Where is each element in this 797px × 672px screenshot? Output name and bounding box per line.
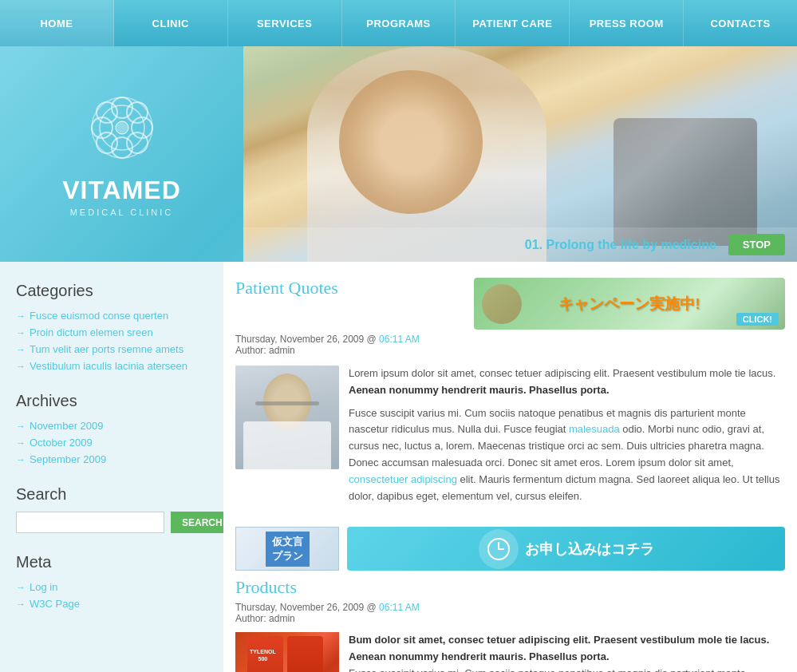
article1-author-label: Author: xyxy=(235,345,266,356)
list-item: Log in xyxy=(16,581,207,593)
stop-button[interactable]: STOP xyxy=(728,234,785,255)
article2-time[interactable]: 06:11 AM xyxy=(379,602,420,613)
list-item: Fusce euismod conse querten xyxy=(16,310,207,322)
doctor-image xyxy=(235,366,339,469)
hero-image: 01. Prolong the life by medicine STOP xyxy=(243,46,797,262)
svg-point-4 xyxy=(92,117,112,138)
list-item: September 2009 xyxy=(16,453,207,465)
list-item: November 2009 xyxy=(16,420,207,432)
products-thumb-text: 仮文言プラン xyxy=(266,532,310,567)
article1-text: Lorem ipsum dolor sit amet, consec tetue… xyxy=(349,366,785,511)
list-item: Proin dictum elemen sreen xyxy=(16,326,207,338)
article1-author: admin xyxy=(269,345,295,356)
article1-meta: Thursday, November 26, 2009 @ 06:11 AM A… xyxy=(235,334,785,356)
caption-text: 01. Prolong the life by medicine xyxy=(525,238,716,252)
article1-p1: Lorem ipsum dolor sit amet, consec tetue… xyxy=(349,366,785,399)
main-nav: HOME CLINIC SERVICES PROGRAMS PATIENT CA… xyxy=(0,0,797,46)
nav-press-room[interactable]: PRESS ROOM xyxy=(570,0,684,46)
meta-list: Log in W3C Page xyxy=(16,581,207,610)
clock-icon xyxy=(479,529,519,569)
tylenol-image: TYLENOL500 xyxy=(235,632,339,672)
logo-icon xyxy=(86,92,158,164)
article1-body: Lorem ipsum dolor sit amet, consec tetue… xyxy=(235,366,785,511)
article2-p2: Fusce suscipit varius mi. Cum sociis nat… xyxy=(349,666,785,672)
article2-body: TYLENOL500 Bum dolor sit amet, consec te… xyxy=(235,632,785,672)
content-area: Patient Quotes キャンペーン実施中! CLICK! Thursda… xyxy=(223,262,797,672)
article2-author-label: Author: xyxy=(235,613,266,624)
products-row: 仮文言プラン お申し込みはコチラ xyxy=(235,527,785,571)
svg-point-6 xyxy=(97,102,117,123)
promo1-text: キャンペーン実施中! xyxy=(558,294,700,314)
article1-header: Patient Quotes キャンペーン実施中! CLICK! xyxy=(235,278,785,330)
main-content: Categories Fusce euismod conse querten P… xyxy=(0,262,797,672)
products-thumb-banner: 仮文言プラン xyxy=(235,527,339,571)
logo-name: VITAMED xyxy=(62,176,181,205)
search-input[interactable] xyxy=(16,512,164,533)
article1-time[interactable]: 06:11 AM xyxy=(379,334,420,345)
article2-title: Products xyxy=(235,577,785,598)
search-section: Search SEARCH xyxy=(16,485,207,533)
article1-thumbnail xyxy=(235,366,339,469)
svg-point-3 xyxy=(112,137,132,158)
logo-subtitle: MEDICAL CLINIC xyxy=(70,208,174,217)
article1-title: Patient Quotes xyxy=(235,278,338,298)
svg-point-5 xyxy=(132,117,152,138)
article2-p1: Bum dolor sit amet, consec tetuer adipis… xyxy=(349,632,785,666)
nav-contacts[interactable]: CONTACTS xyxy=(684,0,797,46)
svg-point-2 xyxy=(112,97,132,118)
nav-home[interactable]: HOME xyxy=(0,0,114,46)
nav-clinic[interactable]: CLINIC xyxy=(114,0,228,46)
categories-list: Fusce euismod conse querten Proin dictum… xyxy=(16,310,207,372)
list-item: October 2009 xyxy=(16,437,207,449)
meta-section: Meta Log in W3C Page xyxy=(16,553,207,610)
caption-bar: 01. Prolong the life by medicine STOP xyxy=(243,227,797,262)
article1-p2: Fusce suscipit varius mi. Cum sociis nat… xyxy=(349,405,785,505)
promo1-click: CLICK! xyxy=(736,313,779,326)
list-item: W3C Page xyxy=(16,598,207,610)
caption-main: Prolong the life by medicine xyxy=(543,238,716,251)
archives-list: November 2009 October 2009 September 200… xyxy=(16,420,207,465)
sidebar: Categories Fusce euismod conse querten P… xyxy=(0,262,223,672)
hero-section: VITAMED MEDICAL CLINIC 01. Prolong the l… xyxy=(0,46,797,262)
article1-date: Thursday, November 26, 2009 @ xyxy=(235,334,377,345)
products-cta-text: お申し込みはコチラ xyxy=(525,540,654,559)
article2-text: Bum dolor sit amet, consec tetuer adipis… xyxy=(349,632,785,672)
svg-point-7 xyxy=(127,102,148,123)
article2-meta: Thursday, November 26, 2009 @ 06:11 AM A… xyxy=(235,602,785,624)
products-cta-area: お申し込みはコチラ xyxy=(347,527,785,571)
search-row: SEARCH xyxy=(16,512,207,533)
products-cta-banner[interactable]: お申し込みはコチラ xyxy=(347,527,785,571)
list-item: Tum velit aer ports rsemne amets xyxy=(16,343,207,355)
article2-thumbnail: TYLENOL500 xyxy=(235,632,339,672)
nav-services[interactable]: SERVICES xyxy=(228,0,342,46)
nav-patient-care[interactable]: PATIENT CARE xyxy=(456,0,570,46)
list-item: Vestibulum iaculis lacinia aterseen xyxy=(16,360,207,372)
categories-heading: Categories xyxy=(16,282,207,300)
svg-point-8 xyxy=(97,132,117,153)
article2-author: admin xyxy=(269,613,295,624)
caption-number: 01. xyxy=(525,238,543,251)
search-heading: Search xyxy=(16,485,207,504)
meta-heading: Meta xyxy=(16,553,207,571)
svg-point-10 xyxy=(116,121,128,134)
svg-point-9 xyxy=(127,132,148,153)
promo-banner-1[interactable]: キャンペーン実施中! CLICK! xyxy=(474,278,785,330)
nav-programs[interactable]: PROGRAMS xyxy=(342,0,456,46)
hero-branding: VITAMED MEDICAL CLINIC xyxy=(0,46,243,262)
article2-date: Thursday, November 26, 2009 @ xyxy=(235,602,377,613)
archives-heading: Archives xyxy=(16,392,207,410)
